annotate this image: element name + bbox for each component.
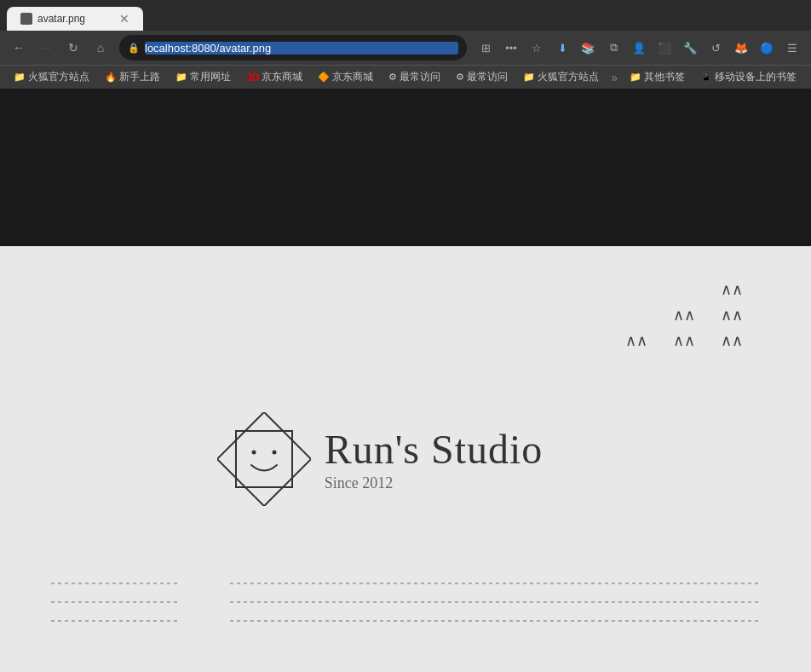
bookmark-label-7: 最常访问 xyxy=(467,70,508,84)
m-mark-2: ∧∧ xyxy=(673,306,695,325)
logo-subtitle: Since 2012 xyxy=(325,474,544,492)
more-button[interactable]: ••• xyxy=(499,36,523,60)
svg-rect-0 xyxy=(217,412,311,506)
grid-button[interactable]: ⊞ xyxy=(474,36,498,60)
bookmark-label-6: 最常访问 xyxy=(400,70,440,84)
home-button[interactable]: ⌂ xyxy=(89,36,112,60)
bookmark-folder-icon-3: 📁 xyxy=(175,72,187,83)
bookmark-qita[interactable]: 📁 其他书签 xyxy=(623,68,692,86)
star-button[interactable]: ☆ xyxy=(525,36,549,60)
address-bar-container: 🔒 xyxy=(119,35,467,60)
bookmark-folder-icon-2: 🔥 xyxy=(105,72,117,83)
svg-rect-1 xyxy=(236,431,292,487)
bookmark-label-2: 新手上路 xyxy=(119,70,160,84)
bookmark-mobile[interactable]: 📱 移动设备上的书签 xyxy=(693,68,803,86)
toolbar-right-icons: ⊞ ••• ☆ ⬇ 📚 ⧉ 👤 ⬛ 🔧 ↺ 🦊 🔵 ☰ xyxy=(474,36,804,60)
bookmark-huohu2[interactable]: 📁 火狐官方站点 xyxy=(516,68,606,86)
logo-title: Run's Studio xyxy=(325,426,544,473)
gear2-icon: ⚙ xyxy=(456,72,464,83)
m-mark-4: ∧∧ xyxy=(625,331,647,350)
wave-line-1 xyxy=(51,579,760,588)
bookmark-label-3: 常用网址 xyxy=(190,70,231,84)
tab-favicon xyxy=(20,13,32,25)
decorative-marks: ∧∧ ∧∧ ∧∧ ∧∧ ∧∧ ∧∧ xyxy=(625,280,743,357)
security-icon: 🔒 xyxy=(128,43,140,54)
browser-chrome: avatar.png ✕ ← → ↻ ⌂ 🔒 ⊞ ••• ☆ ⬇ 📚 ⧉ 👤 ⬛… xyxy=(0,0,811,89)
bookmark-xinshou[interactable]: 🔥 新手上路 xyxy=(98,68,167,86)
active-tab[interactable]: avatar.png ✕ xyxy=(7,7,143,31)
folder-icon-4: 📁 xyxy=(523,72,535,83)
bookmark-folder-icon: 📁 xyxy=(14,72,26,83)
wave-line-2 xyxy=(51,598,760,606)
jd2-icon: 🔶 xyxy=(318,72,330,83)
bookmark-jd2[interactable]: 🔶 京东商城 xyxy=(311,68,380,86)
svg-point-3 xyxy=(272,451,276,455)
bookmark-label: 火狐官方站点 xyxy=(28,70,89,84)
tab-bar: avatar.png ✕ xyxy=(0,0,811,31)
bookmark-zuichang1[interactable]: ⚙ 最常访问 xyxy=(382,68,447,86)
tab-close-button[interactable]: ✕ xyxy=(119,12,129,26)
page-black-bar xyxy=(0,89,811,246)
mark-row-3: ∧∧ ∧∧ ∧∧ xyxy=(625,331,743,350)
more-bookmarks-button[interactable]: » xyxy=(607,71,621,84)
bookmark-label-10: 移动设备上的书签 xyxy=(715,70,797,84)
bookmark-label-5: 京东商城 xyxy=(332,70,373,84)
chrome-icon-button[interactable]: 🔵 xyxy=(755,36,779,60)
gear1-icon: ⚙ xyxy=(388,72,397,83)
refresh-button[interactable]: ↻ xyxy=(61,36,85,60)
back-button[interactable]: ← xyxy=(7,36,31,60)
synced-tabs-button[interactable]: ⧉ xyxy=(601,36,625,60)
logo-container: Run's Studio Since 2012 xyxy=(217,412,544,506)
address-bar[interactable] xyxy=(145,42,458,55)
bookmark-label-8: 火狐官方站点 xyxy=(538,70,599,84)
library-button[interactable]: 📚 xyxy=(576,36,600,60)
forward-button[interactable]: → xyxy=(34,36,58,60)
toolbar: ← → ↻ ⌂ 🔒 ⊞ ••• ☆ ⬇ 📚 ⧉ 👤 ⬛ 🔧 ↺ 🦊 🔵 ☰ xyxy=(0,31,811,65)
bookmark-label-9: 其他书签 xyxy=(644,70,685,84)
download-button[interactable]: ⬇ xyxy=(550,36,574,60)
extensions-button[interactable]: 🔧 xyxy=(678,36,702,60)
m-mark-5: ∧∧ xyxy=(673,331,695,350)
tab-title: avatar.png xyxy=(37,13,85,25)
back2-button[interactable]: ↺ xyxy=(704,36,728,60)
jd-icon: JD xyxy=(246,72,259,83)
menu-button[interactable]: ☰ xyxy=(780,36,804,60)
account-button[interactable]: 👤 xyxy=(627,36,651,60)
logo-icon xyxy=(217,412,311,506)
m-mark-1: ∧∧ xyxy=(721,280,743,299)
bookmark-label-4: 京东商城 xyxy=(262,70,302,84)
logo-text-area: Run's Studio Since 2012 xyxy=(325,426,544,492)
pocket-button[interactable]: ⬛ xyxy=(653,36,676,60)
bookmark-huohu[interactable]: 📁 火狐官方站点 xyxy=(7,68,96,86)
m-mark-3: ∧∧ xyxy=(721,306,743,325)
svg-point-2 xyxy=(251,451,256,455)
folder-icon-5: 📁 xyxy=(630,72,641,83)
mobile-icon: 📱 xyxy=(700,72,712,83)
firefox-icon-button[interactable]: 🦊 xyxy=(729,36,753,60)
mark-row-2: ∧∧ ∧∧ xyxy=(625,306,743,325)
page-content: ∧∧ ∧∧ ∧∧ ∧∧ ∧∧ ∧∧ xyxy=(0,246,811,672)
mark-row-1: ∧∧ xyxy=(625,280,743,299)
bookmark-changyong[interactable]: 📁 常用网址 xyxy=(169,68,238,86)
bookmarks-bar: 📁 火狐官方站点 🔥 新手上路 📁 常用网址 JD 京东商城 🔶 京东商城 ⚙ … xyxy=(0,65,811,89)
wave-lines-container xyxy=(0,579,811,625)
bookmark-jd1[interactable]: JD 京东商城 xyxy=(239,68,309,86)
m-mark-6: ∧∧ xyxy=(721,331,743,350)
bookmark-zuichang2[interactable]: ⚙ 最常访问 xyxy=(449,68,515,86)
wave-line-3 xyxy=(51,617,760,625)
